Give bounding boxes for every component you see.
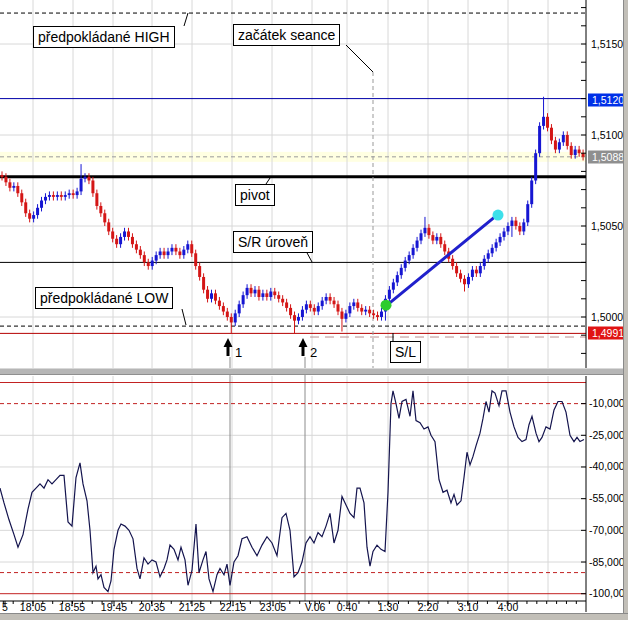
candle-body <box>44 197 47 201</box>
candle-body <box>222 306 225 311</box>
candle-body <box>273 292 276 296</box>
candle-body <box>554 140 557 149</box>
candle-body <box>99 206 102 213</box>
candle-body <box>483 259 486 266</box>
candle-body <box>404 261 407 268</box>
candle-body <box>522 222 525 231</box>
session-start-label-box[interactable]: začátek seance <box>233 24 340 46</box>
candle-body <box>1 175 4 177</box>
arrow-number: 1 <box>235 345 242 360</box>
candle-body <box>542 117 545 126</box>
candle-body <box>455 266 458 273</box>
candle-body <box>380 312 383 317</box>
candle-body <box>210 293 213 298</box>
candle-body <box>506 226 509 231</box>
candle-body <box>214 293 217 300</box>
pivot-label-box[interactable]: pivot <box>235 184 275 206</box>
candle-body <box>178 251 181 255</box>
candle-body <box>32 215 35 219</box>
price-badge-label: 1,5120 <box>592 94 624 106</box>
candle-body <box>182 250 185 255</box>
candle-body <box>115 239 118 244</box>
candle-body <box>352 302 355 306</box>
candle-body <box>127 231 130 236</box>
candle-body <box>333 301 336 305</box>
candle-body <box>570 146 573 155</box>
candle-body <box>566 135 569 146</box>
time-axis-label: 21:25 <box>179 601 205 613</box>
candle-body <box>238 304 241 313</box>
candle-body <box>479 266 482 273</box>
candle-body <box>186 244 189 249</box>
price-badge-label: 1,4991 <box>592 327 624 339</box>
candle-body <box>250 288 253 293</box>
candle-body <box>435 237 438 241</box>
candle-body <box>151 261 154 266</box>
time-axis-label: 20:35 <box>139 601 165 613</box>
candle-body <box>246 288 249 295</box>
candle-body <box>242 295 245 304</box>
exit-dot[interactable] <box>493 210 504 221</box>
candle-body <box>467 277 470 284</box>
candle-body <box>119 237 122 244</box>
candle-body <box>84 177 87 179</box>
candle-body <box>16 186 19 193</box>
candle-body <box>234 313 237 322</box>
up-arrow-marker[interactable] <box>299 338 308 356</box>
candle-body <box>503 231 506 236</box>
candle-body <box>230 317 233 322</box>
candle-body <box>337 304 340 311</box>
candle-body <box>317 306 320 311</box>
oscillator-line <box>0 391 584 592</box>
candle-body <box>72 193 75 195</box>
candle-body <box>91 181 94 194</box>
candle-body <box>159 251 162 255</box>
chart-canvas[interactable]: 121,51501,51001,50501,50001,51201,50881,… <box>0 0 628 620</box>
candle-body <box>281 299 284 303</box>
candle-body <box>451 259 454 266</box>
candle-body <box>111 231 114 238</box>
price-axis-label: 1,5100 <box>591 129 623 141</box>
expected-low-label-box[interactable]: předpokládané LOW <box>35 287 173 309</box>
candle-body <box>526 204 529 222</box>
time-axis-label: 18:05 <box>20 601 46 613</box>
candle-body <box>574 150 577 155</box>
candle-body <box>135 244 138 249</box>
stoploss-label-box[interactable]: S/L <box>390 341 421 363</box>
candle-body <box>174 248 177 252</box>
candle-body <box>261 293 264 297</box>
candle-body <box>321 301 324 306</box>
candle-body <box>463 279 466 284</box>
candle-body <box>420 233 423 240</box>
candle-body <box>289 308 292 315</box>
price-badge-label: 1,5088 <box>592 151 624 163</box>
trend-line[interactable] <box>387 215 497 305</box>
candle-body <box>546 117 549 128</box>
candle-body <box>265 293 268 297</box>
sr-level-label-box[interactable]: S/R úroveň <box>233 231 313 253</box>
candle-body <box>155 255 158 260</box>
time-axis-label: 1:30 <box>378 601 399 613</box>
entry-dot[interactable] <box>381 300 392 311</box>
candle-body <box>20 193 23 202</box>
candle-body <box>309 304 312 308</box>
expected-high-label-box[interactable]: předpokládané HIGH <box>33 26 175 48</box>
candle-body <box>285 302 288 307</box>
candle-body <box>427 228 430 235</box>
chart-objects-layer[interactable]: 12 <box>182 13 504 360</box>
candle-body <box>538 126 541 153</box>
candle-body <box>412 248 415 255</box>
candle-body <box>103 213 106 222</box>
panel-separator[interactable] <box>0 368 625 375</box>
candle-body <box>190 244 193 253</box>
candle-body <box>376 315 379 317</box>
candle-body <box>514 221 517 226</box>
price-axis-label: 1,5150 <box>591 38 623 50</box>
candle-body <box>56 195 59 197</box>
up-arrow-marker[interactable] <box>224 338 233 356</box>
candle-body <box>170 248 173 252</box>
candle-body <box>269 292 272 297</box>
candle-body <box>439 237 442 244</box>
candle-body <box>131 237 134 244</box>
candle-body <box>36 208 39 215</box>
